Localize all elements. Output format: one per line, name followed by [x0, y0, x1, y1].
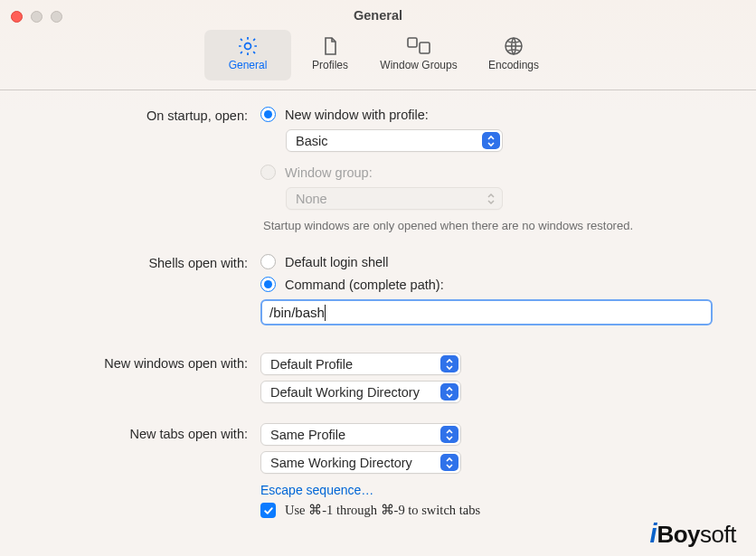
toolbar-tab-general[interactable]: General — [204, 30, 291, 80]
radio-label: Default login shell — [285, 255, 388, 269]
toolbar-tab-label: Window Groups — [380, 59, 457, 71]
chevron-up-down-icon — [440, 426, 458, 443]
command-path-input[interactable]: /bin/bash — [260, 299, 713, 325]
prefs-toolbar: General Profiles Window Groups Encodings — [0, 30, 756, 90]
select-window-group: None — [286, 187, 503, 210]
window-groups-icon — [406, 34, 431, 58]
radio-icon — [260, 254, 276, 269]
minimize-window-button[interactable] — [31, 11, 43, 23]
radio-label: New window with profile: — [285, 108, 429, 122]
svg-rect-1 — [408, 38, 417, 47]
radio-icon — [260, 107, 276, 122]
select-value: Default Profile — [270, 357, 353, 372]
zoom-window-button[interactable] — [51, 11, 62, 23]
radio-icon — [260, 277, 276, 292]
toolbar-tab-label: Encodings — [488, 59, 539, 71]
window-title: General — [0, 0, 756, 23]
toolbar-tab-profiles[interactable]: Profiles — [298, 30, 362, 80]
select-startup-profile[interactable]: Basic — [286, 129, 503, 152]
radio-label: Command (complete path): — [285, 278, 444, 292]
chevron-up-down-icon — [440, 454, 458, 471]
startup-note: Startup windows are only opened when the… — [263, 219, 731, 232]
select-value: Basic — [296, 134, 327, 148]
toolbar-tab-label: General — [229, 59, 268, 71]
document-icon — [319, 34, 341, 58]
select-new-windows-directory[interactable]: Default Working Directory — [260, 381, 461, 403]
label-on-startup-open: On startup, open: — [25, 107, 260, 123]
label-shells-open-with: Shells open with: — [25, 254, 260, 270]
select-value: Same Working Directory — [270, 456, 412, 470]
label-new-windows-open-with: New windows open with: — [25, 353, 260, 371]
svg-point-0 — [245, 43, 251, 50]
chevron-up-down-icon — [440, 383, 458, 401]
chevron-up-down-icon — [440, 355, 458, 372]
input-value: /bin/bash — [269, 305, 325, 320]
checkmark-icon — [260, 503, 276, 518]
globe-icon — [503, 34, 524, 58]
checkbox-label: Use ⌘-1 through ⌘-9 to switch tabs — [285, 503, 480, 518]
watermark-iboysoft: iBoysoft — [649, 519, 736, 549]
select-new-tabs-directory[interactable]: Same Working Directory — [260, 451, 461, 474]
label-new-tabs-open-with: New tabs open with: — [25, 423, 260, 441]
toolbar-tab-window-groups[interactable]: Window Groups — [369, 30, 468, 80]
window-traffic-lights — [11, 11, 62, 23]
radio-icon — [260, 165, 276, 180]
text-caret — [325, 305, 326, 321]
radio-default-login-shell[interactable]: Default login shell — [260, 254, 731, 269]
chevron-up-down-icon — [482, 132, 500, 149]
select-new-windows-profile[interactable]: Default Profile — [260, 353, 461, 375]
prefs-content: On startup, open: New window with profil… — [0, 90, 756, 534]
radio-command-complete-path[interactable]: Command (complete path): — [260, 277, 731, 292]
checkbox-use-cmd-1-9[interactable]: Use ⌘-1 through ⌘-9 to switch tabs — [260, 503, 731, 518]
gear-icon — [236, 34, 260, 58]
select-new-tabs-profile[interactable]: Same Profile — [260, 423, 461, 446]
escape-sequence-link[interactable]: Escape sequence… — [260, 483, 731, 497]
select-value: Same Profile — [270, 428, 345, 442]
toolbar-tab-label: Profiles — [312, 59, 348, 71]
select-value: Default Working Directory — [270, 385, 420, 400]
radio-new-window-with-profile[interactable]: New window with profile: — [260, 107, 731, 122]
radio-window-group: Window group: — [260, 165, 731, 180]
select-value: None — [296, 192, 327, 206]
chevron-up-down-icon — [482, 190, 500, 207]
radio-label: Window group: — [285, 165, 373, 180]
close-window-button[interactable] — [11, 11, 23, 23]
svg-rect-2 — [420, 42, 430, 53]
toolbar-tab-encodings[interactable]: Encodings — [476, 30, 552, 80]
